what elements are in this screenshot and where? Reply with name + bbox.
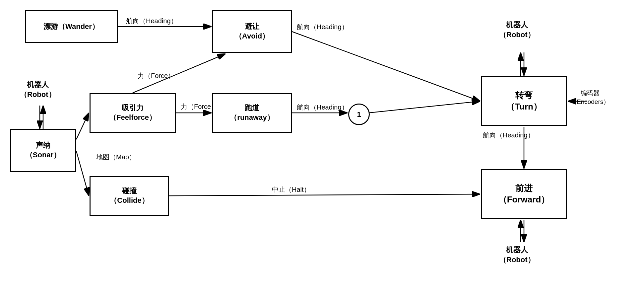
arrows-svg [0,0,644,303]
sonar-label: 声纳（Sonar） [26,141,61,160]
wander-avoid-label: 航向（Heading） [126,17,177,26]
avoid-box: 避让（Avoid） [212,10,292,53]
turn-label: 转弯（Turn） [506,90,542,113]
wander-box: 漂游（Wander） [25,10,118,43]
sonar-box: 声纳（Sonar） [10,129,76,172]
avoid-turn-label: 航向（Heading） [297,23,348,32]
svg-line-9 [369,101,480,113]
runaway-label: 跑道（runaway） [230,103,274,122]
collide-label: 碰撞（Collide） [110,186,149,205]
turn-box: 转弯（Turn） [481,76,567,126]
forward-label: 前进（Forward） [498,183,550,205]
svg-line-3 [292,32,480,101]
svg-line-5 [76,151,89,196]
feelforce-label: 吸引力（Feelforce） [109,103,156,122]
circle-label: 1 [357,110,361,119]
diagram-container: 漂游（Wander） 避让（Avoid） 吸引力（Feelforce） 跑道（r… [0,0,644,303]
runaway-box: 跑道（runaway） [212,93,292,133]
avoid-label: 避让（Avoid） [235,22,269,41]
feelforce-box: 吸引力（Feelforce） [90,93,176,133]
svg-line-4 [76,113,89,139]
encoders-label: 编码器（Encoders） [570,89,610,106]
feelforce-runaway-label: 力（Force） [181,102,218,111]
circle-node: 1 [348,104,370,125]
forward-box: 前进（Forward） [481,169,567,219]
runaway-circle-label: 航向（Heading） [297,103,348,112]
robot-top: 机器人（Robot） [499,20,535,40]
turn-forward-heading-label: 航向（Heading） [483,131,534,140]
collide-box: 碰撞（Collide） [90,176,169,216]
halt-label: 中止（Halt） [272,185,310,194]
robot-left: 机器人（Robot） [20,80,56,100]
feelforce-avoid-label: 力（Force） [138,71,174,80]
map-label: 地图（Map） [96,153,136,162]
svg-line-16 [169,194,480,196]
robot-bottom: 机器人（Robot） [499,245,535,265]
